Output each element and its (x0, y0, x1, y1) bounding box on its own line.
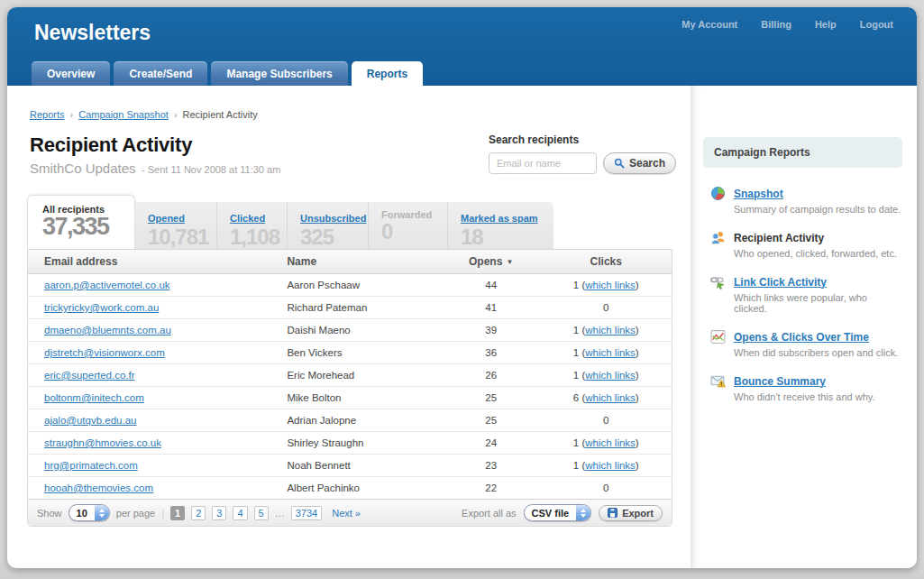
stat-tab-unsubscribed[interactable]: Unsubscribed 325 (287, 202, 368, 249)
which-links-link[interactable]: which links (585, 460, 636, 471)
show-label: Show (37, 508, 62, 519)
table-footer: Show 10 per page | 1 2 3 4 5 … 3734 Next… (28, 499, 672, 526)
stats-tabbar: All recipients 37,335 Opened 10,781 Clic… (27, 195, 691, 249)
recipient-name: Richard Pateman (270, 297, 441, 319)
sidebar-link-link-click-activity[interactable]: Link Click Activity (734, 276, 827, 289)
sidebar-link-snapshot[interactable]: Snapshot (734, 188, 783, 200)
table-row: aaron.p@activemotel.co.uk Aaron Pschaaw … (28, 274, 672, 297)
sidebar-item-description: Which links were popular, who clicked. (734, 292, 902, 314)
sidebar-item-opens-clicks-over-time: Opens & Clicks Over Time When did subscr… (710, 329, 902, 358)
sidebar-title: Campaign Reports (703, 137, 902, 168)
tab-create-send[interactable]: Create/Send (114, 61, 207, 86)
table-row: ajalo@utqvb.edu.au Adrian Jalopne 25 0 (28, 409, 672, 432)
stat-value: 1,108 (230, 225, 287, 249)
nav-my-account[interactable]: My Account (682, 19, 737, 30)
nav-billing[interactable]: Billing (761, 19, 791, 30)
page-button-5[interactable]: 5 (254, 506, 269, 520)
next-page-link[interactable]: Next » (332, 508, 361, 519)
which-links-link[interactable]: which links (585, 437, 636, 448)
tab-manage-subscribers[interactable]: Manage Subscribers (211, 61, 347, 86)
which-links-link[interactable]: which links (585, 280, 636, 290)
table-row: djstretch@visionworx.com Ben Vickers 36 … (28, 342, 672, 364)
stat-tab-all-recipients[interactable]: All recipients 37,335 (27, 195, 135, 249)
sidebar-item-snapshot: Snapshot Summary of campaign results to … (710, 186, 902, 215)
search-input[interactable] (489, 152, 597, 174)
sidebar-link-opens-clicks-over-time[interactable]: Opens & Clicks Over Time (734, 331, 869, 344)
column-header-email[interactable]: Email address (28, 250, 270, 274)
breadcrumb-campaign-snapshot[interactable]: Campaign Snapshot (78, 109, 169, 120)
email-link[interactable]: hooah@themovies.com (44, 482, 153, 493)
sidebar-item-link-click-activity: Link Click Activity Which links were pop… (710, 274, 902, 314)
which-links-link[interactable]: which links (585, 370, 636, 381)
recipient-name: Aaron Pschaaw (270, 274, 441, 297)
email-link[interactable]: boltonm@initech.com (44, 392, 144, 403)
export-format-select[interactable]: CSV file (524, 504, 592, 521)
clicks-count: 0 (603, 302, 608, 313)
tab-reports[interactable]: Reports (352, 61, 423, 86)
stepper-arrows-icon (95, 505, 109, 520)
opens-count: 26 (442, 364, 541, 387)
opens-count: 25 (442, 409, 541, 432)
pagination-ellipsis: … (275, 508, 285, 519)
breadcrumb-current: Recipient Activity (183, 109, 258, 120)
recipient-name: Ben Vickers (270, 342, 441, 364)
export-button[interactable]: Export (599, 505, 663, 521)
link-click-icon (710, 274, 726, 290)
pie-chart-icon (710, 186, 726, 201)
page-button-last[interactable]: 3734 (291, 506, 322, 520)
sidebar-item-bounce-summary: Bounce Summary Who didn't receive this a… (710, 373, 902, 402)
search-button[interactable]: Search (603, 152, 676, 174)
email-link[interactable]: djstretch@visionworx.com (44, 347, 165, 358)
footer-separator: | (161, 508, 164, 519)
stat-link[interactable]: Clicked (230, 213, 265, 224)
stat-link[interactable]: Opened (148, 213, 185, 224)
email-link[interactable]: straughn@hmovies.co.uk (44, 437, 161, 448)
page-button-3[interactable]: 3 (212, 506, 226, 520)
email-link[interactable]: aaron.p@activemotel.co.uk (44, 280, 170, 290)
recipient-name: Eric Morehead (270, 364, 441, 387)
clicks-count: 0 (603, 482, 608, 493)
recipient-name: Albert Pachinko (270, 477, 441, 500)
stat-link[interactable]: Marked as spam (461, 213, 538, 224)
nav-logout[interactable]: Logout (860, 19, 893, 30)
main-column: Reports›Campaign Snapshot›Recipient Acti… (7, 86, 691, 568)
page-button-4[interactable]: 4 (233, 506, 247, 520)
stat-tab-opened[interactable]: Opened 10,781 (135, 202, 216, 249)
column-header-clicks[interactable]: Clicks (541, 250, 672, 274)
stat-tab-clicked[interactable]: Clicked 1,108 (216, 202, 287, 249)
which-links-link[interactable]: which links (585, 325, 636, 335)
page-button-2[interactable]: 2 (191, 506, 206, 520)
tab-overview[interactable]: Overview (32, 61, 110, 86)
breadcrumb: Reports›Campaign Snapshot›Recipient Acti… (30, 109, 691, 120)
which-links-link[interactable]: which links (585, 347, 636, 358)
email-link[interactable]: trickyricky@work.com.au (44, 302, 159, 313)
app-header: Newsletters My Account Billing Help Logo… (7, 7, 917, 86)
nav-help[interactable]: Help (815, 19, 837, 30)
opens-count: 41 (442, 297, 541, 319)
stat-link[interactable]: Unsubscribed (300, 213, 366, 224)
stat-tab-marked-as-spam[interactable]: Marked as spam 18 (447, 202, 553, 249)
opens-count: 25 (442, 387, 541, 409)
recipient-name: Adrian Jalopne (270, 409, 441, 432)
email-link[interactable]: hrg@primatech.com (44, 460, 138, 471)
opens-count: 44 (442, 274, 541, 297)
column-header-opens[interactable]: Opens▼ (442, 250, 541, 274)
sidebar-item-description: Who opened, clicked, forwarded, etc. (734, 248, 902, 259)
breadcrumb-reports[interactable]: Reports (30, 109, 65, 120)
recipients-table: Email address Name Opens▼ Clicks aaron.p… (27, 249, 672, 527)
page-button-1[interactable]: 1 (170, 506, 185, 520)
email-link[interactable]: ajalo@utqvb.edu.au (44, 415, 136, 426)
which-links-link[interactable]: which links (585, 392, 636, 403)
breadcrumb-separator: › (70, 109, 74, 120)
email-link[interactable]: dmaeno@bluemnts.com.au (44, 325, 171, 335)
campaign-reports-sidebar: Campaign Reports Snapshot Summary of cam… (691, 86, 917, 568)
recipient-name: Mike Bolton (270, 387, 441, 409)
sidebar-link-bounce-summary[interactable]: Bounce Summary (734, 375, 826, 388)
page-heading: Recipient Activity SmithCo Updates - Sen… (30, 133, 280, 177)
stat-tab-forwarded: Forwarded 0 (368, 202, 447, 249)
table-row: eric@superted.co.fr Eric Morehead 26 1 (… (28, 364, 672, 387)
column-header-name[interactable]: Name (270, 250, 441, 274)
per-page-select[interactable]: 10 (69, 504, 110, 521)
search-label: Search recipients (489, 133, 669, 146)
email-link[interactable]: eric@superted.co.fr (44, 370, 135, 381)
